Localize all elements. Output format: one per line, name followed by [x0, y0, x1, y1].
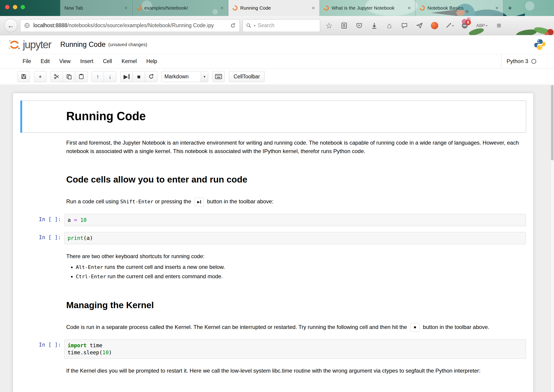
- code-input[interactable]: print(a): [64, 232, 526, 244]
- copy-cell-button[interactable]: [63, 71, 75, 82]
- cell-type-dropdown[interactable]: Markdown ▾: [161, 71, 208, 82]
- cut-cell-button[interactable]: [50, 71, 63, 82]
- abp-button[interactable]: ABP ▾: [474, 23, 490, 28]
- tab-close-icon[interactable]: ×: [495, 5, 499, 11]
- markdown-cell-h2-kernel[interactable]: Managing the Kernel: [20, 287, 526, 317]
- addon-icon: [431, 22, 438, 29]
- bookmark-star-button[interactable]: ☆: [323, 19, 335, 32]
- markdown-cell-kernel-para[interactable]: Code is run in a separate process called…: [20, 319, 526, 336]
- jupyter-wordmark: jupyter: [23, 38, 51, 51]
- section-heading: Managing the Kernel: [66, 298, 524, 312]
- dropdown-caret-icon: ▾: [201, 71, 208, 82]
- search-placeholder: Search: [258, 22, 275, 28]
- addon-button[interactable]: [428, 19, 441, 32]
- stop-icon: ■: [137, 73, 140, 80]
- tab-label: examples/Notebook/: [144, 5, 188, 11]
- share-button[interactable]: [413, 19, 426, 32]
- menu-view[interactable]: View: [55, 54, 75, 68]
- jupyter-logo-icon: [8, 38, 21, 51]
- celltoolbar-button[interactable]: CellToolbar: [229, 71, 265, 82]
- downloads-button[interactable]: [368, 19, 381, 32]
- reload-button[interactable]: [230, 23, 236, 28]
- restart-icon: [148, 74, 154, 79]
- markdown-cell-intro[interactable]: First and foremost, the Jupyter Notebook…: [20, 134, 526, 159]
- cell-type-value: Markdown: [162, 74, 201, 80]
- scrollbar-track[interactable]: [550, 84, 554, 392]
- save-button[interactable]: [18, 71, 30, 82]
- section-heading: Code cells allow you to enter and run co…: [66, 173, 524, 186]
- adblock-button[interactable]: 8: [458, 19, 471, 32]
- new-tab-button[interactable]: +: [503, 0, 517, 16]
- menu-edit[interactable]: Edit: [36, 54, 55, 68]
- paste-icon: [78, 74, 84, 79]
- jupyter-favicon-icon: [232, 5, 239, 12]
- notebook-name[interactable]: Running Code: [60, 41, 105, 49]
- home-button[interactable]: ⌂: [383, 19, 395, 32]
- abp-label: ABP: [476, 23, 485, 28]
- markdown-cell-run-instruction[interactable]: Run a code cell using Shift-Enter or pre…: [20, 193, 526, 210]
- tab-examples-notebook[interactable]: examples/Notebook/ ×: [132, 0, 228, 16]
- tab-close-icon[interactable]: ×: [220, 5, 224, 11]
- markdown-cell-shortcuts[interactable]: There are two other keyboard shortcuts f…: [20, 248, 526, 285]
- tab-notebook-basics[interactable]: Notebook Basics ×: [416, 0, 503, 16]
- tab-running-code[interactable]: Running Code ×: [228, 0, 320, 16]
- wand-addon-button[interactable]: ▾: [443, 19, 456, 32]
- search-engine-caret-icon[interactable]: ▾: [254, 23, 256, 28]
- close-window-button[interactable]: [5, 5, 10, 9]
- code-cell-print-a[interactable]: In [ ]: print(a): [20, 230, 526, 246]
- hello-chat-button[interactable]: [398, 19, 411, 32]
- markdown-cell-title[interactable]: Running Code: [20, 100, 526, 133]
- url-path: /notebooks/docs/source/examples/Notebook…: [67, 22, 214, 28]
- pocket-icon: [356, 23, 362, 28]
- interrupt-kernel-button[interactable]: ■: [133, 71, 145, 82]
- pocket-button[interactable]: [353, 19, 365, 32]
- code-input[interactable]: a = 10: [64, 214, 526, 226]
- code-cell-a-equals-10[interactable]: In [ ]: a = 10: [20, 212, 526, 228]
- back-button[interactable]: ←: [4, 19, 17, 32]
- menu-insert[interactable]: Insert: [75, 54, 98, 68]
- kernel-paragraph: Code is run in a separate process called…: [66, 323, 524, 332]
- tab-new-tab[interactable]: New Tab ×: [60, 0, 132, 16]
- scissors-icon: [54, 74, 60, 79]
- tab-what-is-jupyter[interactable]: What is the Jupyter Notebook ×: [320, 0, 416, 16]
- code-input[interactable]: import timetime.sleep(10): [64, 339, 526, 359]
- minimize-window-button[interactable]: [13, 5, 17, 9]
- list-item: Ctrl-Enter run the current cell and ente…: [76, 272, 524, 280]
- notebook-title-heading: Running Code: [66, 107, 524, 125]
- move-cell-down-button[interactable]: ↓: [104, 71, 116, 82]
- tail-paragraph: If the Kernel dies you will be prompted …: [66, 366, 524, 375]
- search-input[interactable]: ▾ Search: [242, 19, 320, 32]
- bookmarks-menu-button[interactable]: [338, 19, 350, 32]
- menu-cell[interactable]: Cell: [98, 54, 117, 68]
- insert-cell-button[interactable]: +: [34, 71, 46, 82]
- command-palette-button[interactable]: [212, 71, 225, 82]
- list-item: Alt-Enter runs the current cell and inse…: [76, 263, 524, 271]
- tab-strip: New Tab × examples/Notebook/ × Running C…: [60, 0, 517, 16]
- scrollbar-thumb[interactable]: [551, 85, 554, 160]
- input-prompt: In [ ]:: [21, 232, 64, 244]
- url-bar[interactable]: localhost:8888/notebooks/docs/source/exa…: [20, 19, 240, 32]
- caret-down-icon: ▾: [486, 24, 488, 28]
- tab-close-icon[interactable]: ×: [407, 5, 411, 11]
- theme-bubble-decoration: [525, 1, 534, 11]
- stop-inline-icon: ■: [410, 323, 420, 332]
- menu-button[interactable]: ≡: [493, 19, 505, 32]
- menu-help[interactable]: Help: [142, 54, 162, 68]
- intro-paragraph: First and foremost, the Jupyter Notebook…: [66, 139, 524, 155]
- run-cell-button[interactable]: ▶: [120, 71, 133, 82]
- markdown-cell-tail[interactable]: If the Kernel dies you will be prompted …: [20, 363, 526, 379]
- menu-file[interactable]: File: [18, 54, 36, 68]
- restart-kernel-button[interactable]: [145, 71, 157, 82]
- move-cell-up-button[interactable]: ↑: [92, 71, 104, 82]
- theme-foliage-decoration: [458, 16, 554, 35]
- zoom-window-button[interactable]: [21, 5, 25, 9]
- jupyter-logo[interactable]: jupyter: [8, 38, 51, 51]
- star-icon: ☆: [326, 21, 332, 30]
- tab-close-icon[interactable]: ×: [311, 5, 315, 11]
- save-icon: [21, 74, 27, 79]
- code-cell-import-time[interactable]: In [ ]: import timetime.sleep(10): [20, 337, 526, 361]
- tab-close-icon[interactable]: ×: [124, 5, 128, 11]
- paste-cell-button[interactable]: [75, 71, 87, 82]
- markdown-cell-h2-code[interactable]: Code cells allow you to enter and run co…: [20, 161, 526, 191]
- menu-kernel[interactable]: Kernel: [117, 54, 141, 68]
